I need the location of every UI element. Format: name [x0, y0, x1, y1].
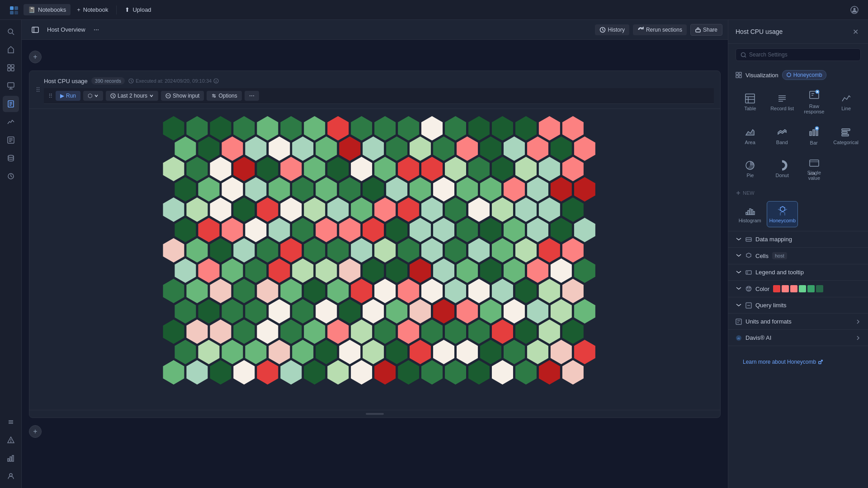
sidebar-collapse[interactable] [3, 414, 19, 430]
donut-icon [777, 160, 788, 171]
sidebar-alerts[interactable] [3, 432, 19, 448]
right-panel: Host CPU usage ✕ Visualization [728, 20, 868, 488]
davis-ai-header[interactable]: AI Davis® AI [728, 330, 868, 346]
viz-line[interactable]: Line [831, 85, 861, 118]
viz-record-list-label: Record list [770, 106, 794, 111]
viz-donut[interactable]: Donut [768, 153, 797, 185]
main-toolbar: Host Overview ⋯ History Rerun sections S… [22, 20, 728, 40]
sidebar-traces[interactable] [3, 168, 19, 184]
right-panel-title: Host CPU usage [736, 28, 783, 35]
units-formats-label: Units and formats [745, 318, 792, 325]
run-btn[interactable]: ▶ Run [56, 91, 80, 101]
cell-more-btn[interactable]: ⋯ [245, 91, 259, 101]
categorical-icon [840, 127, 851, 138]
units-formats-header[interactable]: Units and formats [728, 314, 868, 329]
main-layout: Host Overview ⋯ History Rerun sections S… [0, 20, 868, 488]
svg-rect-54 [739, 72, 741, 75]
sidebar-metrics[interactable] [3, 114, 19, 130]
viz-raw-response[interactable]: Raw response [800, 85, 829, 118]
svg-rect-83 [810, 160, 819, 166]
viz-selector-btn[interactable]: ⬡ [83, 91, 103, 101]
viz-grid-row3: Pie Donut [736, 153, 861, 185]
new-plus-icon [736, 190, 741, 196]
viz-categorical[interactable]: Categorical [831, 122, 861, 150]
query-limits-header[interactable]: Query limits [728, 297, 868, 313]
cells-hex-icon [745, 253, 752, 259]
svg-point-82 [780, 163, 784, 168]
svg-line-26 [11, 176, 12, 177]
sidebar-user[interactable] [3, 468, 19, 484]
band-icon [777, 127, 788, 138]
sidebar-analytics[interactable] [3, 450, 19, 466]
cells-tag: host [772, 252, 787, 259]
sidebar-apps[interactable] [3, 78, 19, 94]
svg-line-52 [745, 56, 746, 57]
viz-area[interactable]: Area [736, 122, 764, 150]
settings-search[interactable] [736, 48, 861, 61]
app-logo[interactable] [5, 2, 22, 18]
time-range-btn[interactable]: Last 2 hours [106, 91, 158, 101]
color-swatch-green3 [816, 285, 823, 292]
close-panel-btn[interactable]: ✕ [850, 26, 861, 37]
data-mapping-header[interactable]: Data mapping [728, 231, 868, 247]
new-viz-grid: Histogram Honeycomb [736, 201, 861, 227]
viz-record-list[interactable]: Record list [768, 85, 797, 118]
more-options-btn[interactable]: ⋯ [89, 24, 104, 35]
svg-rect-1 [14, 6, 18, 10]
show-input-btn[interactable]: Show input [161, 91, 204, 101]
sidebar-toggle-btn[interactable] [27, 24, 43, 36]
viz-new-section: NEW Histogram [736, 188, 861, 227]
svg-rect-2 [10, 11, 14, 14]
area-icon [745, 127, 755, 138]
viz-band[interactable]: Band [767, 122, 796, 150]
share-btn[interactable]: Share [690, 24, 722, 36]
legend-tooltip-header[interactable]: Legend and tooltip [728, 264, 868, 280]
viz-single-value[interactable]: 3.19 Single value [800, 153, 829, 185]
viz-table[interactable]: Table [736, 85, 765, 118]
cells-header[interactable]: Cells host [728, 248, 868, 264]
viz-donut-label: Donut [775, 173, 788, 178]
viz-bar[interactable]: Bar [799, 122, 828, 150]
viz-section-header-row: Visualization Honeycomb Table [728, 66, 868, 227]
query-limits-label: Query limits [755, 302, 787, 309]
bar-icon-wrap [808, 126, 819, 138]
svg-rect-88 [748, 211, 749, 215]
query-limits-title: Query limits [736, 302, 787, 309]
add-cell-top-btn[interactable]: + [29, 51, 42, 63]
table-icon [745, 93, 755, 104]
svg-rect-57 [745, 94, 755, 103]
upload-icon: ⬆ [125, 6, 130, 13]
sidebar-home[interactable] [3, 42, 19, 58]
settings-search-input[interactable] [749, 52, 856, 58]
run-icon: ▶ [60, 93, 64, 99]
new-notebook-btn[interactable]: + Notebook [72, 4, 113, 15]
upload-btn[interactable]: ⬆ Upload [120, 4, 156, 15]
content-area: Host Overview ⋯ History Rerun sections S… [22, 20, 728, 488]
cell-meta: Executed at: 2024/09/20, 09:10:34 [128, 78, 219, 84]
cells-section: Cells host [728, 248, 868, 264]
history-btn[interactable]: History [595, 24, 629, 35]
add-cell-bottom-btn[interactable]: + [29, 425, 42, 438]
sidebar-search[interactable] [3, 23, 19, 40]
viz-histogram[interactable]: Histogram [736, 201, 764, 227]
svg-point-35 [9, 474, 12, 476]
viz-bar-label: Bar [810, 140, 818, 145]
cell-resize-handle[interactable] [29, 410, 720, 418]
units-formats-section: Units and formats [728, 314, 868, 330]
sidebar-db[interactable] [3, 150, 19, 166]
data-mapping-title: Data mapping [736, 236, 792, 243]
viz-pie[interactable]: Pie [736, 153, 765, 185]
rerun-sections-btn[interactable]: Rerun sections [633, 24, 687, 35]
learn-more-link[interactable]: Learn more about Honeycomb [736, 353, 861, 371]
sidebar-logs[interactable] [3, 132, 19, 148]
user-menu[interactable] [846, 2, 863, 18]
davis-chevron-right-icon [855, 335, 861, 341]
viz-honeycomb[interactable]: Honeycomb [767, 201, 798, 227]
drag-handle-icon[interactable]: ⠿ [36, 86, 40, 94]
notebooks-nav[interactable]: 📓 Notebooks [24, 4, 71, 15]
sidebar-notebook-active[interactable] [3, 96, 19, 112]
color-header[interactable]: Color [728, 281, 868, 297]
sidebar-grid[interactable] [3, 60, 19, 76]
options-btn[interactable]: Options [207, 91, 241, 101]
breadcrumb-title: Host Overview [47, 26, 85, 33]
